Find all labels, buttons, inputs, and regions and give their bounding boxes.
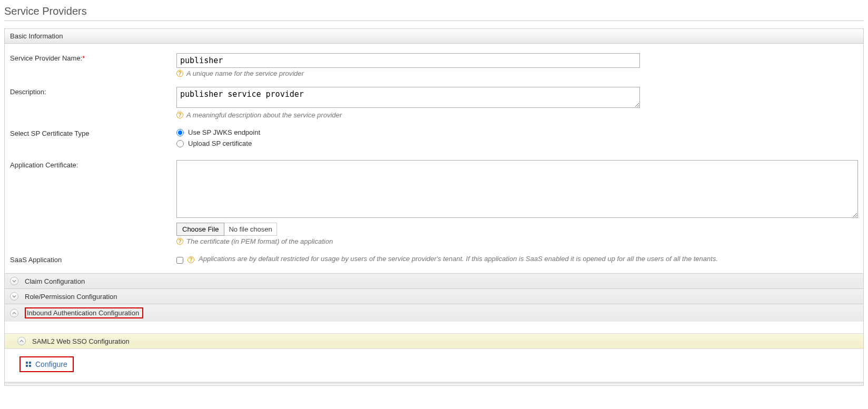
help-icon: ? [188,256,194,263]
app-cert-textarea[interactable] [176,160,858,218]
inbound-highlight: Inbound Authentication Configuration [25,307,143,318]
radio-upload-label: Upload SP certificate [188,139,252,147]
accordion-saml2-label: SAML2 Web SSO Configuration [32,337,130,345]
radio-jwks-input[interactable] [176,129,184,136]
configure-label: Configure [35,360,67,368]
sp-name-help: A unique name for the service provider [186,69,304,77]
row-saas: SaaS Application ? Applications are by d… [10,255,858,264]
grid-icon [26,362,31,367]
accordion-inbound-label: Inbound Authentication Configuration [27,309,139,317]
label-description: Description: [10,87,176,96]
help-icon: ? [176,112,183,118]
accordion-claim-label: Claim Configuration [25,277,85,285]
label-saas: SaaS Application [10,255,176,264]
row-sp-name: Service Provider Name:* ? A unique name … [10,53,858,77]
label-sp-name-text: Service Provider Name: [10,54,82,62]
saas-help: Applications are by default restricted f… [199,255,718,263]
chevron-down-icon [10,277,18,285]
label-cert-type: Select SP Certificate Type [10,128,176,137]
chevron-up-icon [17,337,26,345]
chevron-up-icon [10,309,18,317]
radio-upload[interactable]: Upload SP certificate [176,139,858,147]
help-icon: ? [176,70,183,77]
label-sp-name: Service Provider Name:* [10,53,176,62]
form-area: Service Provider Name:* ? A unique name … [5,44,863,273]
chevron-down-icon [10,292,18,301]
basic-info-section: Basic Information Service Provider Name:… [4,28,864,386]
row-app-cert: Application Certificate: Choose File No … [10,160,858,245]
row-description: Description: publisher service provider … [10,87,858,119]
label-app-cert: Application Certificate: [10,160,176,169]
accordion-role[interactable]: Role/Permission Configuration [5,288,863,304]
shadow [5,382,863,385]
file-status: No file chosen [224,223,277,236]
saml2-body: Configure [5,349,863,382]
section-title: Basic Information [5,29,863,44]
help-icon: ? [176,238,183,245]
choose-file-button[interactable]: Choose File [176,223,224,236]
row-cert-type: Select SP Certificate Type Use SP JWKS e… [10,128,858,151]
inbound-body: SAML2 Web SSO Configuration Configure [5,333,863,385]
accordion-saml2[interactable]: SAML2 Web SSO Configuration [5,333,863,349]
accordion-claim[interactable]: Claim Configuration [5,273,863,288]
radio-jwks-label: Use SP JWKS endpoint [188,128,260,136]
configure-link[interactable]: Configure [19,356,74,372]
required-star: * [82,54,85,62]
page-title: Service Providers [4,5,864,21]
sp-name-input[interactable] [176,53,640,68]
description-help: A meaningful description about the servi… [186,111,342,119]
accordion-inbound[interactable]: Inbound Authentication Configuration [5,304,863,322]
radio-upload-input[interactable] [176,140,184,147]
app-cert-help: The certificate (in PEM format) of the a… [186,237,333,245]
saas-checkbox[interactable] [176,257,183,264]
description-textarea[interactable]: publisher service provider [176,87,640,108]
radio-jwks[interactable]: Use SP JWKS endpoint [176,128,858,136]
accordion-role-label: Role/Permission Configuration [25,293,117,301]
